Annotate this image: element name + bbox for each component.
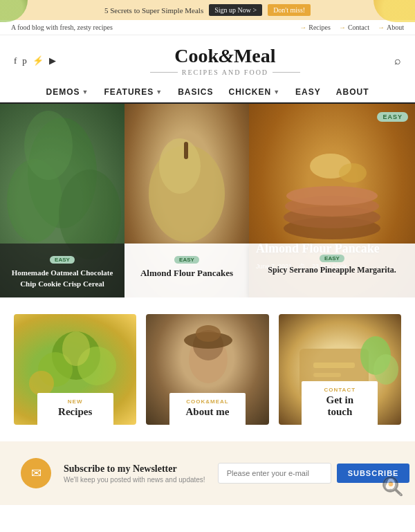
newsletter-subtitle: We'll keep you posted with news and upda… (64, 476, 205, 484)
logo-area: Cook&Meal Recipes and Food (56, 45, 394, 76)
newsletter-deco-icon: 🍳 (378, 473, 405, 500)
dontmiss-button[interactable]: Don't miss! (268, 4, 311, 16)
svg-rect-25 (313, 363, 355, 368)
sub-bar-links: →Recipes →Contact →About (299, 24, 404, 31)
hero-card-center-badge: EASY (174, 256, 199, 264)
newsletter-text: Subscribe to my Newsletter We'll keep yo… (64, 464, 205, 484)
nav-about[interactable]: ABOUT (336, 87, 369, 97)
top-bar: 5 Secrets to Super Simple Meals Sign up … (0, 0, 415, 20)
social-icons: f p ⚡ ▶ (14, 55, 56, 66)
subnav-about[interactable]: →About (378, 24, 404, 31)
newsletter-section: ✉ Subscribe to my Newsletter We'll keep … (0, 441, 415, 505)
svg-rect-6 (184, 142, 188, 159)
hero-card-right-badge: EASY (320, 255, 344, 262)
svg-point-16 (62, 331, 90, 366)
blog-tagline: A food blog with fresh, zesty recipes (11, 24, 113, 31)
svg-point-5 (159, 138, 201, 194)
header: f p ⚡ ▶ Cook&Meal Recipes and Food ⌕ (0, 35, 415, 80)
hero-card-left-badge: EASY (50, 256, 75, 264)
svg-point-10 (286, 186, 378, 205)
nav-features[interactable]: FEATURES▼ (104, 87, 163, 97)
cat-super-about: COOK&MEAL (183, 398, 232, 405)
cat-main-recipes: Recipes (51, 406, 100, 418)
search-icon[interactable]: ⌕ (394, 55, 401, 67)
facebook-icon[interactable]: f (14, 55, 17, 66)
hero-cards: EASY Homemade Oatmeal Chocolate Chip Coo… (0, 244, 415, 297)
pinterest-icon[interactable]: p (22, 55, 27, 66)
signup-button[interactable]: Sign up Now > (209, 4, 262, 16)
newsletter-title: Subscribe to my Newsletter (64, 464, 205, 475)
categories-section: NEW Recipes COOK&MEAL About me (0, 297, 415, 439)
nav-demos[interactable]: DEMOS▼ (46, 87, 89, 97)
nav-easy[interactable]: EASY (295, 87, 321, 97)
topbar-text: 5 Secrets to Super Simple Meals (104, 6, 203, 15)
svg-point-12 (339, 163, 367, 183)
nav-chicken[interactable]: CHICKEN▼ (229, 87, 281, 97)
top-bar-green-deco (0, 0, 28, 22)
top-bar-lemon-deco (374, 0, 415, 22)
cat-card-contact[interactable]: CONTACT Get in touch (279, 314, 401, 425)
newsletter-icon: ✉ (21, 458, 51, 488)
cat-label-recipes: NEW Recipes (37, 393, 113, 425)
nav-basics[interactable]: BASICS (178, 87, 213, 97)
cat-label-contact: CONTACT Get in touch (302, 381, 378, 425)
svg-rect-26 (313, 373, 341, 377)
logo-subtitle: Recipes and Food (56, 68, 394, 76)
hero-card-right[interactable]: EASY Spicy Serrano Pineapple Margarita. (249, 244, 415, 297)
hero-featured-badge: EASY (377, 112, 408, 122)
svg-rect-21 (196, 325, 221, 342)
cat-super-recipes: NEW (51, 398, 100, 405)
cat-card-recipes[interactable]: NEW Recipes (14, 314, 136, 425)
sub-bar: A food blog with fresh, zesty recipes →R… (0, 20, 415, 35)
subnav-contact[interactable]: →Contact (339, 24, 369, 31)
cat-label-about: COOK&MEAL About me (169, 393, 246, 425)
hero-card-left[interactable]: EASY Homemade Oatmeal Chocolate Chip Coo… (0, 244, 124, 297)
cat-super-contact: CONTACT (315, 387, 364, 393)
svg-point-17 (29, 371, 54, 396)
cat-main-about: About me (183, 406, 232, 418)
svg-point-3 (24, 111, 73, 180)
hero-card-center[interactable]: EASY Almond Flour Pancakes (124, 244, 249, 297)
hero-card-left-title: Homemade Oatmeal Chocolate Chip Cookie C… (8, 268, 116, 289)
subnav-recipes[interactable]: →Recipes (299, 24, 331, 31)
logo-title[interactable]: Cook&Meal (56, 45, 394, 67)
hero-card-center-title: Almond Flour Pancakes (133, 268, 241, 279)
hero-card-right-title: Spicy Serrano Pineapple Margarita. (257, 265, 407, 275)
main-nav: DEMOS▼ FEATURES▼ BASICS CHICKEN▼ EASY AB… (0, 80, 415, 104)
instagram-icon[interactable]: ⚡ (33, 55, 44, 66)
youtube-icon[interactable]: ▶ (49, 55, 56, 66)
cat-card-about[interactable]: COOK&MEAL About me (146, 314, 268, 425)
cat-main-contact: Get in touch (315, 394, 364, 418)
hero-section: EASY Almond Flour Pancake June 7, 2021 ⏱… (0, 104, 415, 297)
svg-point-24 (374, 354, 398, 385)
newsletter-email-input[interactable] (218, 463, 331, 484)
